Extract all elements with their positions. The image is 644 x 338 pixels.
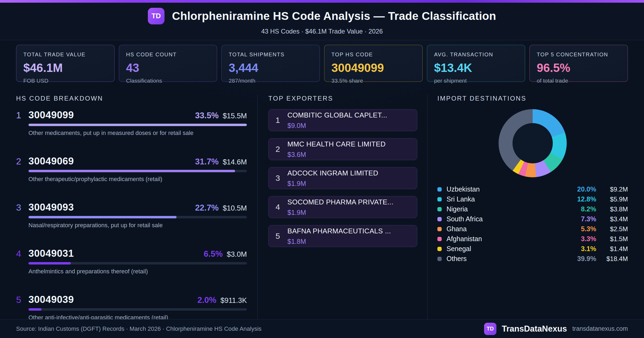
- hs-code-breakdown-section: HS CODE BREAKDOWN 1 30049099 33.5% $15.5…: [16, 95, 247, 338]
- legend-percent: 3.1%: [563, 245, 596, 253]
- hs-percent: 31.7%: [195, 157, 219, 167]
- legend-percent: 7.3%: [563, 215, 596, 223]
- import-destinations-section: IMPORT DESTINATIONS Uzbekistan 20.0% $9.…: [427, 95, 628, 338]
- kpi-card: AVG. TRANSACTION $13.4K per shipment: [427, 45, 525, 82]
- hs-code: 30049099: [28, 109, 74, 121]
- exporter-card: 3 ADCOCK INGRAM LIMITED $1.9M: [268, 167, 417, 189]
- legend-percent: 5.3%: [563, 225, 596, 233]
- exporter-name: BAFNA PHARMACEUTICALS ...: [287, 227, 391, 235]
- legend-percent: 3.3%: [563, 235, 596, 243]
- brand-name: TransDataNexus: [502, 324, 567, 334]
- kpi-label: TOP 5 CONCENTRATION: [537, 52, 621, 58]
- hs-code: 30049031: [28, 248, 74, 259]
- legend-label: Nigeria: [447, 205, 468, 213]
- legend-label: Sri Lanka: [447, 195, 475, 203]
- hs-progress-track: [28, 216, 247, 218]
- hs-row: 2 30049069 31.7% $14.6M Other therapeuti…: [16, 155, 247, 183]
- kpi-card: TOTAL TRADE VALUE $46.1M FOB USD: [16, 45, 115, 82]
- kpi-value: $46.1M: [23, 61, 107, 75]
- legend-value: $9.2M: [596, 186, 628, 193]
- kpi-label: TOTAL TRADE VALUE: [23, 52, 107, 58]
- legend-swatch: [437, 187, 442, 192]
- exporter-rank: 2: [275, 145, 280, 154]
- hs-progress-fill: [28, 308, 42, 311]
- kpi-card: TOTAL SHIPMENTS 3,444 287/month: [221, 45, 320, 82]
- destinations-donut-chart: [499, 109, 567, 177]
- hs-code: 30049039: [28, 294, 74, 306]
- exporter-value: $1.9M: [287, 180, 378, 188]
- hs-value: $3.0M: [227, 250, 247, 259]
- legend-swatch: [437, 237, 442, 241]
- exporter-card: 4 SOCOMED PHARMA PRIVATE... $1.9M: [268, 196, 417, 218]
- kpi-subtext: 287/month: [229, 78, 313, 84]
- hs-rank: 1: [16, 110, 28, 120]
- legend-value: $3.4M: [596, 215, 628, 223]
- legend-value: $1.5M: [596, 235, 628, 243]
- hs-description: Anthelmintics and preparations thereof (…: [28, 268, 247, 275]
- hs-row: 5 30049039 2.0% $911.3K Other anti-infec…: [16, 294, 247, 321]
- hs-percent: 22.7%: [195, 203, 219, 213]
- legend-percent: 8.2%: [563, 205, 596, 213]
- kpi-subtext: of total trade: [537, 78, 621, 84]
- hs-progress-track: [28, 170, 247, 172]
- destinations-legend: Uzbekistan 20.0% $9.2M Sri Lanka 12.8% $…: [437, 184, 628, 264]
- legend-row: Afghanistan 3.3% $1.5M: [437, 234, 628, 244]
- kpi-label: TOTAL SHIPMENTS: [229, 52, 313, 58]
- legend-row: Uzbekistan 20.0% $9.2M: [437, 184, 628, 194]
- footer-brand: TD TransDataNexus transdatanexus.com: [484, 323, 628, 335]
- kpi-card: TOP 5 CONCENTRATION 96.5% of total trade: [529, 45, 628, 82]
- brand-domain: transdatanexus.com: [572, 325, 628, 332]
- hs-value: $15.5M: [223, 112, 247, 120]
- legend-row: Sri Lanka 12.8% $5.9M: [437, 194, 628, 204]
- kpi-subtext: per shipment: [434, 78, 518, 84]
- legend-row: South Africa 7.3% $3.4M: [437, 214, 628, 224]
- exporter-rank: 1: [275, 116, 280, 125]
- legend-row: Nigeria 8.2% $3.8M: [437, 204, 628, 214]
- legend-percent: 20.0%: [563, 185, 596, 193]
- hs-percent: 2.0%: [197, 295, 217, 305]
- legend-row: Ghana 5.3% $2.5M: [437, 224, 628, 234]
- legend-swatch: [437, 247, 442, 251]
- kpi-subtext: FOB USD: [23, 78, 107, 84]
- section-heading-breakdown: HS CODE BREAKDOWN: [16, 95, 247, 102]
- exporter-card: 2 MMC HEALTH CARE LIMITED $3.6M: [268, 138, 417, 160]
- legend-percent: 12.8%: [563, 195, 596, 203]
- legend-value: $18.4M: [596, 255, 628, 263]
- hs-progress-fill: [28, 262, 71, 264]
- hs-percent: 6.5%: [204, 249, 223, 259]
- section-heading-destinations: IMPORT DESTINATIONS: [437, 95, 628, 102]
- exporter-value: $3.6M: [287, 151, 386, 159]
- legend-label: Ghana: [447, 225, 467, 233]
- legend-swatch: [437, 227, 442, 231]
- exporter-card: 5 BAFNA PHARMACEUTICALS ... $1.8M: [268, 225, 417, 247]
- legend-label: Others: [447, 255, 467, 263]
- kpi-card: TOP HS CODE 30049099 33.5% share: [324, 45, 423, 82]
- legend-swatch: [437, 197, 442, 201]
- brand-logo-badge: TD: [148, 8, 164, 24]
- legend-row: Others 39.9% $18.4M: [437, 254, 628, 264]
- exporter-rank: 4: [275, 203, 280, 212]
- kpi-value: 3,444: [229, 61, 313, 75]
- main-content: HS CODE BREAKDOWN 1 30049099 33.5% $15.5…: [0, 95, 644, 338]
- hs-rank: 5: [16, 295, 28, 305]
- legend-value: $5.9M: [596, 196, 628, 203]
- kpi-subtext: Classifications: [126, 78, 210, 84]
- exporter-name: COMBITIC GLOBAL CAPLET...: [287, 111, 387, 119]
- legend-label: Senegal: [447, 245, 471, 253]
- hs-row: 3 30049093 22.7% $10.5M Nasal/respirator…: [16, 201, 247, 229]
- exporter-name: MMC HEALTH CARE LIMITED: [287, 140, 386, 148]
- legend-value: $1.4M: [596, 245, 628, 253]
- hs-progress-fill: [28, 170, 235, 172]
- exporter-value: $1.8M: [287, 238, 391, 245]
- hs-description: Other therapeutic/prophylactic medicamen…: [28, 176, 247, 183]
- page-title: Chlorpheniramine HS Code Analysis — Trad…: [172, 10, 496, 23]
- hs-rank: 3: [16, 202, 28, 213]
- hs-progress-track: [28, 124, 247, 126]
- hs-value: $10.5M: [223, 204, 247, 212]
- kpi-subtext: 33.5% share: [331, 78, 415, 84]
- kpi-value: 96.5%: [537, 61, 621, 75]
- top-exporters-section: TOP EXPORTERS 1 COMBITIC GLOBAL CAPLET..…: [257, 95, 417, 338]
- top-accent-bar: [0, 0, 644, 3]
- kpi-row: TOTAL TRADE VALUE $46.1M FOB USD HS CODE…: [16, 45, 628, 82]
- exporter-name: SOCOMED PHARMA PRIVATE...: [287, 198, 393, 206]
